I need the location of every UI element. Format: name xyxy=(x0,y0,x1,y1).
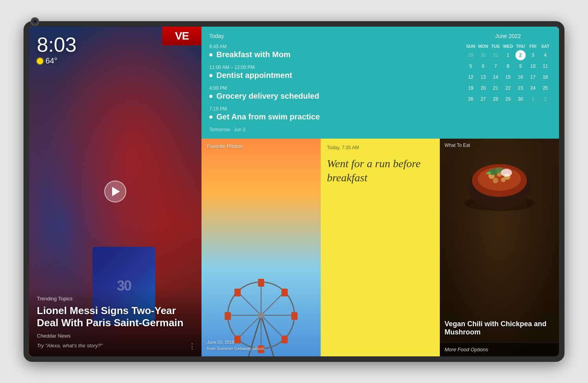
note-widget[interactable]: Today, 7:35 AM Went for a run before bre… xyxy=(321,139,440,356)
cal-day-25[interactable]: 25 xyxy=(540,83,550,93)
photo-date-text: June 20, 2018 xyxy=(207,340,234,345)
cal-day-1[interactable]: 1 xyxy=(503,50,513,60)
news-overlay: Trending Topics Lionel Messi Signs Two-Y… xyxy=(29,288,201,356)
camera xyxy=(31,17,39,26)
note-timestamp: Today, 7:35 AM xyxy=(327,145,434,150)
svg-rect-19 xyxy=(281,289,288,296)
event-time-1: 8:45 AM xyxy=(209,44,457,49)
food-label: What To Eat xyxy=(445,143,470,148)
cal-day-15[interactable]: 15 xyxy=(503,72,513,82)
main-screen: VE 30 8:03 64° xyxy=(29,27,559,356)
event-title-4: Get Ana from swim practice xyxy=(209,112,457,121)
cal-day-4[interactable]: 4 xyxy=(540,50,550,60)
cal-day-14[interactable]: 14 xyxy=(490,72,501,82)
calendar-widget[interactable]: Today 8:45 AM Breakfast with Mom 11:00 A… xyxy=(201,27,559,139)
cal-day-30prev[interactable]: 30 xyxy=(478,50,488,60)
today-label: Today xyxy=(209,33,457,39)
cal-day-10[interactable]: 10 xyxy=(528,61,538,71)
bottom-widgets: Favorite Photos June 20, 2018 from Summe… xyxy=(201,139,559,356)
cal-day-5[interactable]: 5 xyxy=(466,61,476,71)
cal-day-3[interactable]: 3 xyxy=(528,50,538,60)
cal-day-29prev[interactable]: 29 xyxy=(466,50,476,60)
cal-day-8[interactable]: 8 xyxy=(503,61,513,71)
cal-day-22[interactable]: 22 xyxy=(503,83,513,93)
food-widget[interactable]: What To Eat Vegan Chili with Chickpea an… xyxy=(440,139,559,356)
cal-day-12[interactable]: 12 xyxy=(466,72,476,82)
food-more-options[interactable]: More Food Options xyxy=(440,342,559,356)
photos-label: Favorite Photos xyxy=(207,143,243,149)
temperature: 64° xyxy=(45,56,57,65)
event-2[interactable]: 11:00 AM – 12:00 PM Dentist appointment xyxy=(209,65,457,80)
cal-day-19[interactable]: 19 xyxy=(466,83,476,93)
cal-header-sat: SAT xyxy=(539,43,551,49)
event-time-4: 7:15 PM xyxy=(209,106,457,112)
event-3[interactable]: 4:00 PM Grocery delivery scheduled xyxy=(209,85,457,101)
time-display: 8:03 xyxy=(37,34,76,55)
cal-day-13[interactable]: 13 xyxy=(478,72,488,82)
time-weather: 8:03 64° xyxy=(37,34,76,65)
more-options-dots[interactable]: ⋮ xyxy=(189,344,196,349)
cal-day-31prev[interactable]: 31 xyxy=(490,50,501,60)
cal-day-1next[interactable]: 1 xyxy=(528,94,538,104)
cal-day-29[interactable]: 29 xyxy=(503,94,513,104)
cal-day-2-today[interactable]: 2 xyxy=(515,50,526,60)
svg-rect-15 xyxy=(291,312,298,320)
cal-day-17[interactable]: 17 xyxy=(528,72,538,82)
cal-day-16[interactable]: 16 xyxy=(515,72,526,82)
svg-point-28 xyxy=(501,177,506,182)
event-1[interactable]: 8:45 AM Breakfast with Mom xyxy=(209,44,457,59)
news-panel[interactable]: VE 30 8:03 64° xyxy=(29,27,201,356)
photo-date: June 20, 2018 from Summer Getaway album xyxy=(207,340,264,352)
cal-grid: SUN MON TUE WED THU FRI SAT 29 30 31 1 2 xyxy=(465,43,551,104)
screen: VE 30 8:03 64° xyxy=(29,27,559,356)
svg-rect-14 xyxy=(225,312,231,320)
cal-day-28[interactable]: 28 xyxy=(490,94,501,104)
event-dot-1 xyxy=(209,53,212,56)
food-title: Vegan Chili with Chickpea and Mushroom xyxy=(445,320,554,337)
weather-display: 64° xyxy=(37,56,76,65)
event-dot-2 xyxy=(209,74,212,77)
cal-day-11[interactable]: 11 xyxy=(540,61,550,71)
cal-day-24[interactable]: 24 xyxy=(528,83,538,93)
alexa-prompt: Try "Alexa, what's the story?" xyxy=(37,343,194,349)
svg-line-10 xyxy=(261,292,285,315)
cal-header-wed: WED xyxy=(502,43,514,49)
trending-label: Trending Topics xyxy=(37,296,194,302)
event-dot-3 xyxy=(209,95,212,98)
cal-day-9[interactable]: 9 xyxy=(515,61,526,71)
cal-day-21[interactable]: 21 xyxy=(490,83,501,93)
svg-line-7 xyxy=(238,292,261,315)
cal-header-mon: MON xyxy=(477,43,489,49)
play-button[interactable] xyxy=(104,181,126,202)
event-title-1: Breakfast with Mom xyxy=(209,50,457,59)
events-list: Today 8:45 AM Breakfast with Mom 11:00 A… xyxy=(209,33,457,132)
cal-day-27[interactable]: 27 xyxy=(478,94,488,104)
cal-day-23[interactable]: 23 xyxy=(515,83,526,93)
mini-calendar: June 2022 SUN MON TUE WED THU FRI SAT 29… xyxy=(465,33,551,132)
note-text: Went for a run before breakfast xyxy=(327,157,434,350)
cal-day-26[interactable]: 26 xyxy=(466,94,476,104)
svg-rect-16 xyxy=(234,289,241,296)
svg-point-11 xyxy=(258,312,264,318)
cal-day-20[interactable]: 20 xyxy=(478,83,488,93)
right-panel: Today 8:45 AM Breakfast with Mom 11:00 A… xyxy=(201,27,559,356)
svg-rect-12 xyxy=(258,279,264,287)
cal-day-7[interactable]: 7 xyxy=(490,61,501,71)
cal-header-tue: TUE xyxy=(490,43,501,49)
cal-day-30[interactable]: 30 xyxy=(515,94,526,104)
svg-rect-17 xyxy=(281,336,288,343)
cal-header-fri: FRI xyxy=(527,43,539,49)
cal-day-6[interactable]: 6 xyxy=(478,61,488,71)
event-time-3: 4:00 PM xyxy=(209,85,457,91)
photos-widget[interactable]: Favorite Photos June 20, 2018 from Summe… xyxy=(201,139,321,356)
banner-text: VE xyxy=(165,31,199,42)
cal-day-18[interactable]: 18 xyxy=(540,72,550,82)
camera-lens xyxy=(33,20,37,23)
news-headline[interactable]: Lionel Messi Signs Two-Year Deal With Pa… xyxy=(37,305,194,329)
play-icon xyxy=(112,187,120,196)
event-title-3: Grocery delivery scheduled xyxy=(209,92,457,101)
cal-month-year: June 2022 xyxy=(465,33,551,39)
event-4[interactable]: 7:15 PM Get Ana from swim practice xyxy=(209,106,457,121)
event-title-2: Dentist appointment xyxy=(209,71,457,80)
cal-day-2next[interactable]: 2 xyxy=(540,94,550,104)
